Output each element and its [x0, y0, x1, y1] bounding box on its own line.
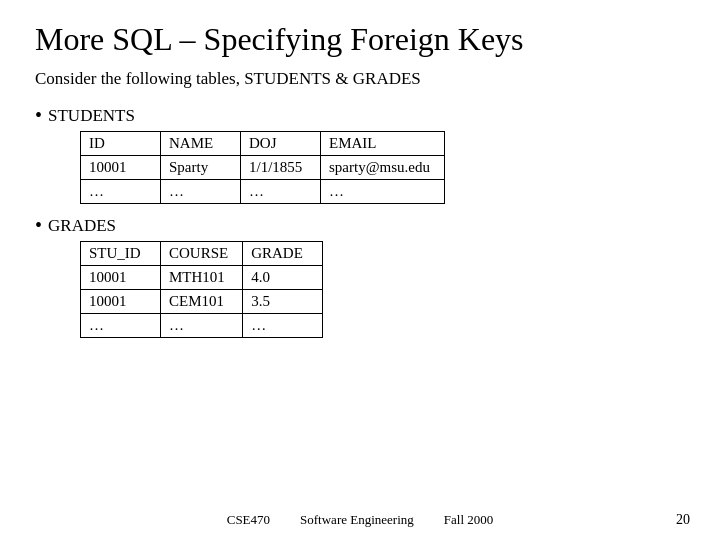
cell: …: [81, 180, 161, 204]
table-row: STU_ID COURSE GRADE: [81, 242, 323, 266]
footer-course-code: CSE470: [227, 512, 270, 528]
subtitle: Consider the following tables, STUDENTS …: [35, 68, 685, 90]
col-id: ID: [81, 132, 161, 156]
col-email: EMAIL: [321, 132, 445, 156]
col-stu-id: STU_ID: [81, 242, 161, 266]
main-page: More SQL – Specifying Foreign Keys Consi…: [0, 0, 720, 540]
grades-table: STU_ID COURSE GRADE 10001 MTH101 4.0 100…: [80, 241, 323, 338]
col-course: COURSE: [161, 242, 243, 266]
cell: Sparty: [161, 156, 241, 180]
cell: …: [241, 180, 321, 204]
table-row: ID NAME DOJ EMAIL: [81, 132, 445, 156]
students-label: • STUDENTS: [35, 104, 685, 127]
cell: 4.0: [243, 266, 323, 290]
page-number: 20: [676, 512, 690, 528]
bullet-icon: •: [35, 104, 42, 127]
grades-section: • GRADES STU_ID COURSE GRADE 10001 MTH10…: [35, 214, 685, 338]
table-row: 10001 Sparty 1/1/1855 sparty@msu.edu: [81, 156, 445, 180]
table-row: 10001 CEM101 3.5: [81, 290, 323, 314]
table-row: 10001 MTH101 4.0: [81, 266, 323, 290]
bullet-icon: •: [35, 214, 42, 237]
page-title: More SQL – Specifying Foreign Keys: [35, 20, 685, 58]
footer: CSE470 Software Engineering Fall 2000: [0, 512, 720, 528]
col-name: NAME: [161, 132, 241, 156]
footer-course-name: Software Engineering: [300, 512, 414, 528]
cell: CEM101: [161, 290, 243, 314]
col-doj: DOJ: [241, 132, 321, 156]
cell: …: [81, 314, 161, 338]
cell: …: [161, 314, 243, 338]
cell: 10001: [81, 266, 161, 290]
grades-heading: GRADES: [48, 216, 116, 236]
cell: sparty@msu.edu: [321, 156, 445, 180]
cell: …: [321, 180, 445, 204]
students-table: ID NAME DOJ EMAIL 10001 Sparty 1/1/1855 …: [80, 131, 445, 204]
cell: 10001: [81, 156, 161, 180]
cell: …: [243, 314, 323, 338]
cell: MTH101: [161, 266, 243, 290]
students-heading: STUDENTS: [48, 106, 135, 126]
cell: 3.5: [243, 290, 323, 314]
grades-label: • GRADES: [35, 214, 685, 237]
table-row: … … …: [81, 314, 323, 338]
table-row: … … … …: [81, 180, 445, 204]
cell: 10001: [81, 290, 161, 314]
cell: 1/1/1855: [241, 156, 321, 180]
cell: …: [161, 180, 241, 204]
footer-semester: Fall 2000: [444, 512, 493, 528]
students-section: • STUDENTS ID NAME DOJ EMAIL 10001 Spart…: [35, 104, 685, 204]
col-grade: GRADE: [243, 242, 323, 266]
